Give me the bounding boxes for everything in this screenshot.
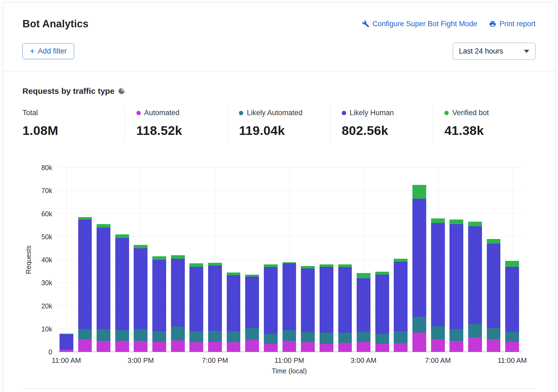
- segment-automated[interactable]: [301, 342, 315, 352]
- segment-automated[interactable]: [208, 342, 222, 352]
- segment-likely_automated[interactable]: [357, 332, 370, 342]
- segment-likely_human[interactable]: [320, 267, 333, 333]
- segment-likely_human[interactable]: [487, 244, 501, 328]
- segment-automated[interactable]: [487, 339, 501, 352]
- segment-automated[interactable]: [227, 342, 241, 352]
- stacked-bar-11-00-am[interactable]: [505, 168, 519, 352]
- print-report-link[interactable]: Print report: [489, 20, 536, 28]
- segment-likely_automated[interactable]: [468, 324, 482, 337]
- segment-likely_human[interactable]: [283, 263, 296, 330]
- stacked-bar-5-00-am[interactable]: [394, 168, 408, 352]
- segment-verified_bot[interactable]: [115, 234, 129, 238]
- segment-likely_human[interactable]: [245, 277, 259, 328]
- segment-verified_bot[interactable]: [412, 185, 426, 199]
- stacked-bar-3-00-pm[interactable]: [134, 168, 147, 352]
- segment-automated[interactable]: [394, 343, 408, 352]
- segment-automated[interactable]: [412, 333, 426, 352]
- segment-likely_automated[interactable]: [208, 331, 222, 342]
- segment-verified_bot[interactable]: [394, 259, 408, 262]
- stacked-bar-12-00-am[interactable]: [301, 168, 315, 352]
- segment-likely_automated[interactable]: [152, 331, 166, 341]
- stacked-bar-12-00-pm[interactable]: [78, 168, 92, 352]
- segment-likely_automated[interactable]: [189, 331, 203, 342]
- segment-verified_bot[interactable]: [320, 264, 333, 267]
- segment-automated[interactable]: [431, 339, 445, 352]
- segment-automated[interactable]: [505, 342, 519, 352]
- segment-likely_human[interactable]: [115, 238, 129, 330]
- segment-verified_bot[interactable]: [505, 261, 519, 267]
- segment-automated[interactable]: [115, 341, 129, 352]
- segment-likely_human[interactable]: [357, 278, 370, 332]
- segment-automated[interactable]: [375, 344, 389, 352]
- segment-likely_automated[interactable]: [505, 332, 519, 342]
- segment-verified_bot[interactable]: [264, 264, 278, 267]
- segment-verified_bot[interactable]: [338, 264, 352, 267]
- segment-verified_bot[interactable]: [78, 217, 92, 220]
- time-range-select[interactable]: Last 24 hours: [453, 43, 536, 60]
- segment-likely_human[interactable]: [338, 267, 352, 332]
- segment-automated[interactable]: [338, 343, 352, 352]
- segment-automated[interactable]: [468, 337, 482, 352]
- segment-verified_bot[interactable]: [97, 224, 110, 228]
- segment-likely_automated[interactable]: [431, 326, 445, 340]
- segment-automated[interactable]: [449, 341, 463, 352]
- segment-likely_human[interactable]: [227, 275, 241, 331]
- segment-likely_automated[interactable]: [134, 329, 147, 341]
- segment-automated[interactable]: [357, 342, 370, 352]
- segment-likely_human[interactable]: [189, 267, 203, 331]
- segment-likely_automated[interactable]: [115, 330, 129, 341]
- segment-automated[interactable]: [171, 340, 185, 352]
- segment-likely_human[interactable]: [97, 228, 110, 330]
- stacked-bar-2-00-pm[interactable]: [115, 168, 129, 352]
- segment-likely_human[interactable]: [134, 248, 147, 329]
- segment-likely_human[interactable]: [449, 224, 463, 329]
- segment-automated[interactable]: [78, 339, 92, 352]
- segment-likely_automated[interactable]: [320, 333, 333, 344]
- segment-likely_human[interactable]: [375, 275, 389, 333]
- stacked-bar-3-00-am[interactable]: [357, 168, 370, 352]
- stacked-bar-1-00-am[interactable]: [320, 168, 333, 352]
- segment-likely_human[interactable]: [505, 267, 519, 332]
- stacked-bar-5-00-pm[interactable]: [171, 168, 185, 352]
- stacked-bar-11-00-am[interactable]: [60, 168, 73, 352]
- segment-verified_bot[interactable]: [227, 273, 241, 275]
- stacked-bar-8-00-am[interactable]: [449, 168, 463, 352]
- segment-likely_automated[interactable]: [245, 328, 259, 340]
- segment-likely_human[interactable]: [264, 267, 278, 334]
- segment-likely_automated[interactable]: [78, 329, 92, 339]
- segment-verified_bot[interactable]: [301, 266, 315, 268]
- segment-verified_bot[interactable]: [152, 256, 166, 260]
- segment-likely_human[interactable]: [412, 199, 426, 317]
- stacked-bar-9-00-am[interactable]: [468, 168, 482, 352]
- segment-likely_automated[interactable]: [487, 328, 501, 340]
- stacked-bar-10-00-pm[interactable]: [264, 168, 278, 352]
- segment-verified_bot[interactable]: [487, 239, 501, 244]
- segment-verified_bot[interactable]: [245, 275, 259, 277]
- segment-automated[interactable]: [245, 340, 259, 352]
- stacked-bar-10-00-am[interactable]: [487, 168, 501, 352]
- stacked-bar-1-00-pm[interactable]: [97, 168, 110, 352]
- segment-verified_bot[interactable]: [468, 222, 482, 226]
- stacked-bar-2-00-am[interactable]: [338, 168, 352, 352]
- segment-likely_automated[interactable]: [394, 331, 408, 343]
- configure-super-bot-fight-mode-link[interactable]: Configure Super Bot Fight Mode: [362, 20, 477, 28]
- segment-automated[interactable]: [134, 341, 147, 352]
- segment-likely_automated[interactable]: [97, 329, 110, 341]
- segment-likely_automated[interactable]: [264, 334, 278, 344]
- segment-likely_human[interactable]: [152, 260, 166, 331]
- stacked-bar-4-00-am[interactable]: [375, 168, 389, 352]
- stacked-bar-6-00-am[interactable]: [412, 168, 426, 352]
- segment-likely_human[interactable]: [301, 268, 315, 332]
- segment-automated[interactable]: [97, 341, 110, 352]
- segment-likely_automated[interactable]: [449, 329, 463, 341]
- segment-verified_bot[interactable]: [431, 218, 445, 223]
- segment-likely_human[interactable]: [431, 223, 445, 326]
- segment-likely_automated[interactable]: [338, 333, 352, 343]
- segment-likely_human[interactable]: [60, 334, 73, 349]
- stacked-bar-4-00-pm[interactable]: [152, 168, 166, 352]
- segment-likely_automated[interactable]: [283, 330, 296, 341]
- segment-automated[interactable]: [189, 342, 203, 352]
- segment-verified_bot[interactable]: [171, 255, 185, 259]
- segment-likely_human[interactable]: [208, 265, 222, 331]
- segment-automated[interactable]: [320, 344, 333, 352]
